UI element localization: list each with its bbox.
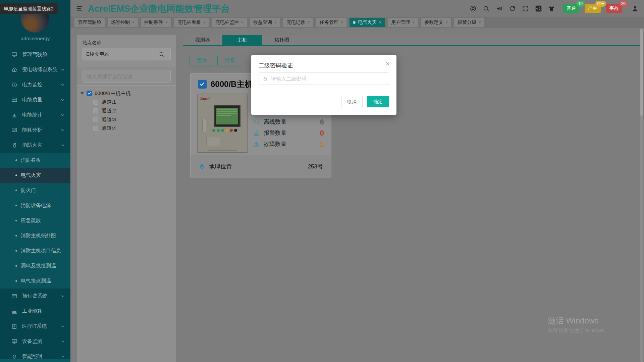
sidebar-subitem-应急疏散[interactable]: 应急疏散 xyxy=(0,213,70,228)
alarm-badge-普通[interactable]: 普通19 xyxy=(563,4,579,13)
sidebar-subitem-电气接点测温[interactable]: 电气接点测温 xyxy=(0,273,70,289)
password-input[interactable] xyxy=(270,75,389,82)
tree-child-通道:2[interactable]: 通道:2 xyxy=(80,106,174,115)
window-tab-管理驾驶舱[interactable]: 管理驾驶舱 xyxy=(74,18,105,27)
alarm-badge-事故[interactable]: 事故26 xyxy=(606,4,622,13)
tree-caret-icon[interactable] xyxy=(80,92,84,95)
refresh-icon[interactable] xyxy=(509,5,516,12)
tab-close-icon[interactable]: × xyxy=(308,20,310,25)
tab-close-icon[interactable]: × xyxy=(165,20,168,25)
user-icon[interactable] xyxy=(632,5,639,12)
tab-close-icon[interactable]: × xyxy=(274,20,277,25)
password-input-wrap xyxy=(259,72,389,85)
sidebar-subitem-消防看板[interactable]: 消防看板 xyxy=(0,153,70,168)
sidebar-subitem-电气火灾[interactable]: 电气火灾 xyxy=(0,168,70,183)
station-search-button[interactable] xyxy=(153,48,170,60)
sidebar-item-能耗分析[interactable]: 能耗分析 xyxy=(0,122,70,138)
sidebar-subitem-防火门[interactable]: 防火门 xyxy=(0,183,70,198)
sidebar-item-电能统计[interactable]: 电能统计 xyxy=(0,107,70,122)
window-tab-任务管理[interactable]: 任务管理× xyxy=(316,18,346,27)
sidebar-item-医疗IT系统[interactable]: 医疗IT系统 xyxy=(0,319,70,334)
tree-child-通道:4[interactable]: 通道:4 xyxy=(80,124,174,133)
sidebar-subitem-消防主机项目信息[interactable]: 消防主机项目信息 xyxy=(0,243,70,258)
window-tab-电气火灾[interactable]: 电气火灾× xyxy=(350,18,385,27)
mute-button[interactable]: 消音 xyxy=(217,55,242,66)
tree-root-checkbox[interactable] xyxy=(87,91,92,96)
sidebar: adminenergy 管理驾驶舱变电站综自系统电力监控电能质量电能统计能耗分析… xyxy=(0,0,70,362)
sidebar-item-工业能耗[interactable]: 工业能耗 xyxy=(0,304,70,319)
sidebar-subitem-漏电及线缆测温[interactable]: 漏电及线缆测温 xyxy=(0,258,70,273)
tab-close-icon[interactable]: × xyxy=(132,20,135,25)
tree-root-label[interactable]: 6000/B主机主机 xyxy=(95,90,131,97)
tree-child-通道:1[interactable]: 通道:1 xyxy=(80,98,174,106)
search-icon[interactable] xyxy=(483,5,490,12)
tree-child-checkbox[interactable] xyxy=(93,108,98,113)
tree-child-checkbox[interactable] xyxy=(93,126,98,131)
header-actions: A文 普通19严重99+事故26 xyxy=(470,0,639,17)
scrollbar-thumb[interactable] xyxy=(640,29,643,116)
industry-icon xyxy=(11,308,17,314)
sidebar-item-label: 能耗分析 xyxy=(22,127,42,133)
card-checkbox[interactable] xyxy=(198,80,207,89)
active-tab-dot-icon xyxy=(353,21,356,24)
tree-filter-input[interactable] xyxy=(83,70,171,83)
cancel-button[interactable]: 取消 xyxy=(341,96,363,108)
tab-close-icon[interactable]: × xyxy=(341,20,343,25)
window-tab-充电桩看板[interactable]: 充电桩看板× xyxy=(174,18,209,27)
quality-icon xyxy=(11,97,17,103)
sidebar-item-预付费系统[interactable]: 预付费系统 xyxy=(0,289,70,304)
alarm-badges: 普通19严重99+事故26 xyxy=(561,4,626,13)
menu-collapse-icon[interactable] xyxy=(76,5,83,12)
content-tab-拓扑图[interactable]: 拓扑图 xyxy=(262,35,302,45)
page-scrollbar[interactable] xyxy=(640,29,643,362)
tab-close-icon[interactable]: × xyxy=(479,20,481,25)
tab-close-icon[interactable]: × xyxy=(412,20,415,25)
window-tab-label: 充电桩监控 xyxy=(215,19,239,25)
stat-label: 故障数量 xyxy=(264,140,286,148)
sidebar-item-消防火灾[interactable]: 消防火灾 xyxy=(0,138,70,153)
window-tab-参数定义[interactable]: 参数定义× xyxy=(421,18,451,27)
window-tab-场景控制[interactable]: 场景控制× xyxy=(108,18,138,27)
sidebar-subitem-消防主机拓扑图[interactable]: 消防主机拓扑图 xyxy=(0,228,70,243)
reset-button[interactable]: 复位 xyxy=(190,55,214,66)
window-tab-用户管理[interactable]: 用户管理× xyxy=(388,18,418,27)
tab-close-icon[interactable]: × xyxy=(445,20,448,25)
tree-child-checkbox[interactable] xyxy=(93,100,98,105)
window-tab-报警分级[interactable]: 报警分级× xyxy=(454,18,484,27)
tree-filter-band xyxy=(77,66,176,86)
substation-icon xyxy=(11,67,17,73)
tree-child-通道:3[interactable]: 通道:3 xyxy=(80,115,174,124)
aim-icon[interactable] xyxy=(470,5,477,12)
sidebar-item-变电站综自系统[interactable]: 变电站综自系统 xyxy=(0,62,70,77)
tab-close-icon[interactable]: × xyxy=(379,20,381,25)
tree-root-row[interactable]: 6000/B主机主机 xyxy=(80,89,174,98)
alarm-badge-严重[interactable]: 严重99+ xyxy=(585,4,601,13)
sidebar-subitem-消防设备电源[interactable]: 消防设备电源 xyxy=(0,198,70,213)
sound-icon[interactable] xyxy=(496,5,503,12)
sidebar-item-设备监测[interactable]: 设备监测 xyxy=(0,334,70,349)
confirm-button[interactable]: 确定 xyxy=(367,96,389,107)
stat-value: 6 xyxy=(320,118,324,126)
window-tab-充电桩监控[interactable]: 充电桩监控× xyxy=(212,18,247,27)
sidebar-item-电力监控[interactable]: 电力监控 xyxy=(0,77,70,92)
dashboard-icon xyxy=(11,52,17,58)
theme-icon[interactable] xyxy=(548,5,555,12)
sidebar-item-电能质量[interactable]: 电能质量 xyxy=(0,92,70,107)
station-search-input[interactable] xyxy=(83,48,153,60)
window-tab-收益查询[interactable]: 收益查询× xyxy=(250,18,280,27)
content-tab-探测器[interactable]: 探测器 xyxy=(183,35,222,45)
content-tab-主机[interactable]: 主机 xyxy=(222,35,262,45)
translate-icon[interactable]: A文 xyxy=(535,5,542,12)
close-icon[interactable] xyxy=(385,61,390,66)
device-buttons xyxy=(212,129,237,132)
fullscreen-icon[interactable] xyxy=(522,5,529,12)
bullet-icon xyxy=(15,159,17,161)
sidebar-item-管理驾驶舱[interactable]: 管理驾驶舱 xyxy=(0,47,70,62)
window-tab-充电记录[interactable]: 充电记录× xyxy=(283,18,313,27)
tab-close-icon[interactable]: × xyxy=(203,20,206,25)
window-tab-控制事件[interactable]: 控制事件× xyxy=(141,18,171,27)
window-tab-label: 场景控制 xyxy=(111,19,130,25)
tree-child-checkbox[interactable] xyxy=(93,117,98,122)
medical-icon xyxy=(11,323,17,329)
tab-close-icon[interactable]: × xyxy=(241,20,244,25)
